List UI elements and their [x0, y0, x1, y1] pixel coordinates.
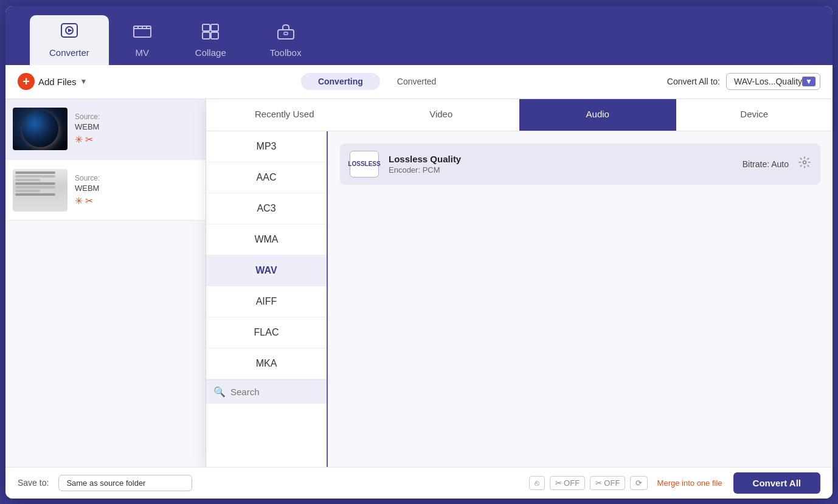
merge-label: Merge into one file [657, 478, 722, 488]
bottom-icons: ⎋ ✂ OFF ✂ OFF ⟳ Merge into one file [529, 478, 727, 488]
file-item-1[interactable]: Source: WEBM ✳ ✂ [5, 99, 206, 159]
svg-rect-11 [211, 32, 218, 39]
convert-all-button[interactable]: Convert All [733, 472, 820, 494]
convert-all-select[interactable]: WAV-Los...Quality [726, 73, 820, 90]
bottom-bar: Save to: ⎋ ✂ OFF ✂ OFF ⟳ Merge into one … [5, 467, 833, 499]
file-star-btn-2[interactable]: ✳ [75, 195, 83, 207]
save-to-label: Save to: [18, 478, 49, 488]
save-path-input[interactable] [58, 475, 192, 491]
file-list: Source: WEBM ✳ ✂ [5, 99, 206, 467]
file-cut-btn-1[interactable]: ✂ [85, 134, 93, 145]
format-tab-device[interactable]: Device [676, 99, 833, 131]
format-search-input[interactable] [230, 387, 319, 397]
convert-all-label: Convert All to: [667, 77, 720, 86]
search-icon: 🔍 [213, 386, 226, 398]
encoder-value: PCM [423, 165, 440, 174]
format-ac3[interactable]: AC3 [206, 193, 327, 224]
format-body: MP3 AAC AC3 WMA WAV AIFF FLAC MKA 🔍 [206, 131, 833, 467]
convert-all-select-wrap: WAV-Los...Quality ▼ [726, 73, 820, 90]
format-flac[interactable]: FLAC [206, 317, 327, 348]
file-info-1: Source: WEBM ✳ ✂ [75, 112, 198, 145]
file-actions-1: ✳ ✂ [75, 134, 198, 145]
quality-icon: LOSSLESS [350, 151, 379, 178]
quality-row: LOSSLESS Lossless Quality Encoder: PCM B… [340, 143, 820, 185]
svg-rect-10 [203, 32, 210, 39]
format-quality-panel: LOSSLESS Lossless Quality Encoder: PCM B… [328, 131, 833, 467]
format-tab-video[interactable]: Video [363, 99, 520, 131]
format-mka[interactable]: MKA [206, 348, 327, 379]
format-tabs: Recently Used Video Audio Device [206, 99, 833, 131]
nav-tab-collage[interactable]: Collage [176, 16, 246, 65]
bottom-icon-3[interactable]: ✂ OFF [590, 476, 626, 490]
quality-bitrate: Bitrate: Auto [743, 159, 789, 169]
format-panel: Recently Used Video Audio Device MP3 AAC… [206, 99, 833, 467]
file-star-btn-1[interactable]: ✳ [75, 134, 83, 145]
format-tab-audio[interactable]: Audio [519, 99, 676, 131]
tab-converted[interactable]: Converted [380, 73, 454, 90]
toolbox-icon [277, 24, 295, 44]
nav-tab-converter-label: Converter [49, 47, 89, 58]
file-thumb-2 [13, 169, 68, 212]
svg-point-14 [803, 161, 806, 164]
file-cut-btn-2[interactable]: ✂ [85, 195, 93, 207]
svg-rect-8 [203, 24, 210, 31]
convert-all-section: Convert All to: WAV-Los...Quality ▼ [667, 73, 820, 90]
add-files-button[interactable]: + Add Files ▼ [18, 73, 87, 90]
add-files-label: Add Files [38, 77, 77, 87]
nav-tab-collage-label: Collage [195, 47, 226, 58]
tab-converting[interactable]: Converting [301, 73, 380, 90]
format-mp3[interactable]: MP3 [206, 131, 327, 162]
nav-tab-converter[interactable]: Converter [30, 15, 109, 65]
file-thumb-1 [13, 108, 68, 150]
bottom-icon-1[interactable]: ⎋ [529, 476, 545, 490]
nav-tab-mv[interactable]: MV [114, 16, 171, 65]
nav-tab-toolbox-label: Toolbox [270, 47, 302, 58]
encoder-label: Encoder: [389, 165, 420, 174]
svg-rect-13 [284, 32, 288, 35]
file-format-1: WEBM [75, 122, 198, 131]
plus-icon: + [18, 73, 35, 90]
svg-marker-2 [68, 29, 72, 32]
nav-tab-mv-label: MV [136, 47, 150, 58]
bottom-icon-4[interactable]: ⟳ [630, 476, 648, 490]
bitrate-value: Auto [771, 159, 789, 169]
quality-settings-button[interactable] [798, 156, 811, 171]
bitrate-label: Bitrate: [743, 159, 769, 169]
converter-icon [60, 22, 78, 44]
format-aiff[interactable]: AIFF [206, 286, 327, 317]
bottom-actions: ⎋ ✂ OFF ✂ OFF ⟳ Merge into one file Conv… [529, 472, 820, 494]
toolbar: + Add Files ▼ Converting Converted Conve… [5, 65, 833, 99]
bottom-icon-2[interactable]: ✂ OFF [550, 476, 586, 490]
app-window: Converter MV [5, 6, 833, 499]
format-search-bar[interactable]: 🔍 [206, 379, 327, 404]
mv-icon [133, 24, 151, 44]
collage-icon [202, 24, 219, 44]
quality-encoder: Encoder: PCM [389, 165, 733, 174]
file-info-2: Source: WEBM ✳ ✂ [75, 174, 198, 207]
format-list: MP3 AAC AC3 WMA WAV AIFF FLAC MKA 🔍 [206, 131, 328, 467]
format-tab-recently-used[interactable]: Recently Used [206, 99, 363, 131]
file-actions-2: ✳ ✂ [75, 195, 198, 207]
file-source-label-1: Source: [75, 112, 198, 121]
nav-tab-toolbox[interactable]: Toolbox [251, 16, 321, 65]
file-format-2: WEBM [75, 184, 198, 193]
format-wav[interactable]: WAV [206, 255, 327, 286]
svg-rect-9 [211, 24, 218, 31]
main-content: Source: WEBM ✳ ✂ [5, 99, 833, 467]
file-item-2[interactable]: Source: WEBM ✳ ✂ [5, 161, 206, 221]
toolbar-tabs: Converting Converted [97, 73, 657, 90]
file-source-label-2: Source: [75, 174, 198, 182]
add-files-chevron-icon: ▼ [80, 77, 88, 86]
top-nav: Converter MV [5, 6, 833, 65]
format-aac[interactable]: AAC [206, 162, 327, 193]
format-wma[interactable]: WMA [206, 224, 327, 255]
quality-name: Lossless Quality [389, 154, 733, 164]
quality-info: Lossless Quality Encoder: PCM [389, 154, 733, 174]
